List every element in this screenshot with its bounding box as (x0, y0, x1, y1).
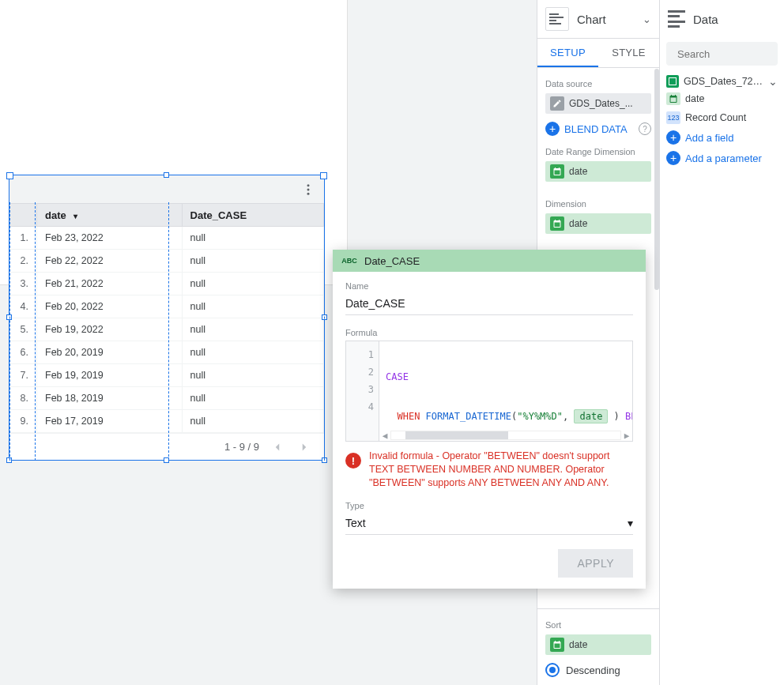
data-source-label: Data source (545, 79, 651, 88)
formula-editor[interactable]: 1234 CASE WHEN FORMAT_DATETIME("%Y%M%D",… (345, 341, 633, 442)
col-divider (324, 202, 325, 461)
calendar-icon (666, 92, 680, 105)
chart-type-selector[interactable]: Chart ⌄ (537, 0, 659, 39)
date-range-dim-label: Date Range Dimension (545, 147, 651, 156)
tab-setup[interactable]: SETUP (537, 39, 598, 67)
calendar-icon (550, 638, 564, 652)
sort-field-chip[interactable]: date (545, 634, 651, 655)
blend-data-button[interactable]: + BLEND DATA ? (545, 119, 651, 139)
add-parameter-label: Add a parameter (685, 152, 762, 164)
number-type-icon: 123 (666, 111, 680, 124)
sort-section: Sort date Descending (537, 608, 659, 685)
data-icon (668, 10, 685, 28)
help-icon[interactable]: ? (639, 122, 651, 135)
dimension-field: date (569, 218, 646, 229)
horizontal-scrollbar[interactable]: ◀ ▶ (379, 430, 632, 441)
formula-label: Formula (345, 328, 633, 337)
data-source-title: GDS_Dates_72619... (684, 76, 763, 87)
radio-icon (545, 663, 560, 677)
plus-circle-icon: + (666, 130, 680, 145)
chevron-down-icon: ⌄ (643, 13, 651, 25)
error-icon: ! (345, 453, 361, 469)
config-tabs: SETUP STYLE (537, 39, 659, 68)
field-label: date (685, 93, 704, 104)
calendar-icon (550, 216, 564, 231)
name-label: Name (345, 281, 633, 291)
formula-error: ! Invalid formula - Operator "BETWEEN" d… (345, 450, 633, 490)
selection-outline (9, 175, 325, 461)
tab-style[interactable]: STYLE (598, 39, 659, 67)
type-label: Type (345, 501, 633, 510)
token-case: CASE (386, 371, 409, 382)
token-between: BETWEEN (625, 411, 632, 422)
editor-header-name: Date_CASE (364, 255, 420, 267)
chart-label: Chart (577, 13, 635, 26)
dimension-label: Dimension (545, 199, 651, 209)
text-type-icon: ABC (341, 254, 358, 267)
dimension-chip[interactable]: date (545, 213, 651, 234)
field-row[interactable]: date (660, 89, 784, 108)
data-search-input[interactable] (666, 42, 778, 66)
token-when: WHEN (397, 411, 420, 422)
data-source-name: GDS_Dates_... (569, 98, 646, 109)
blend-data-label: BLEND DATA (564, 123, 628, 135)
field-row[interactable]: 123Record Count (660, 108, 784, 127)
collapse-icon[interactable]: ⌄ (768, 75, 778, 88)
table-chart-icon (545, 7, 569, 31)
col-divider (9, 202, 10, 461)
apply-button[interactable]: APPLY (558, 549, 633, 578)
data-search-field[interactable] (677, 48, 784, 60)
date-range-dim-chip[interactable]: date (545, 161, 651, 182)
data-source-chip[interactable]: GDS_Dates_... (545, 93, 651, 114)
col-divider (168, 202, 169, 461)
token-func: FORMAT_DATETIME (426, 411, 511, 422)
add-parameter-button[interactable]: + Add a parameter (660, 148, 784, 168)
add-field-label: Add a field (685, 132, 733, 144)
pencil-icon (550, 96, 564, 111)
plus-circle-icon: + (666, 151, 680, 165)
error-message: Invalid formula - Operator "BETWEEN" doe… (369, 450, 633, 490)
sort-label: Sort (545, 620, 651, 630)
editor-header: ABC Date_CASE (333, 250, 646, 272)
field-name-input[interactable] (345, 294, 633, 315)
type-value: Text (345, 517, 366, 529)
calendar-icon (550, 164, 564, 179)
token-str: "%Y%M%D" (517, 411, 563, 422)
sort-descending-label: Descending (566, 664, 620, 676)
scrollbar[interactable] (654, 69, 659, 290)
sort-field: date (569, 639, 646, 650)
data-panel-title: Data (693, 13, 718, 26)
sheets-icon (666, 75, 679, 88)
col-divider (35, 202, 36, 461)
line-gutter: 1234 (346, 341, 379, 441)
chevron-down-icon: ▾ (628, 517, 633, 529)
data-source-row[interactable]: GDS_Dates_72619... ⌄ (660, 73, 784, 89)
plus-circle-icon: + (545, 122, 560, 136)
field-label: Record Count (685, 112, 746, 123)
date-range-dim-field: date (569, 166, 646, 177)
type-select[interactable]: Text ▾ (345, 514, 633, 535)
formula-code[interactable]: CASE WHEN FORMAT_DATETIME("%Y%M%D", date… (379, 341, 632, 441)
data-panel: Data GDS_Dates_72619... ⌄ date123Record … (660, 0, 784, 685)
sort-descending-radio[interactable]: Descending (545, 663, 651, 677)
token-field: date (574, 409, 608, 423)
calculated-field-editor: ABC Date_CASE Name Formula 1234 CASE WHE… (333, 250, 646, 589)
data-panel-header: Data (660, 0, 784, 39)
add-field-button[interactable]: + Add a field (660, 127, 784, 148)
